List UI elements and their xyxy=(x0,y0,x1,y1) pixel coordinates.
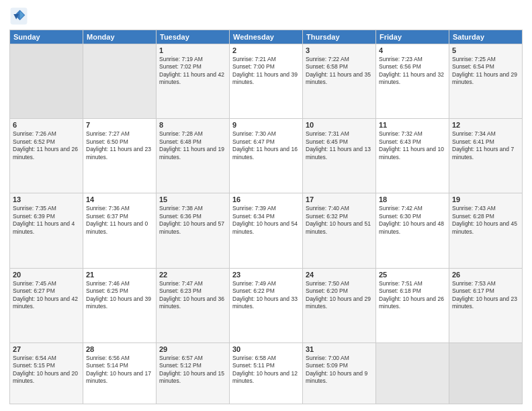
day-cell: 10Sunrise: 7:31 AMSunset: 6:45 PMDayligh… xyxy=(303,119,376,193)
day-info: Sunrise: 7:35 AMSunset: 6:39 PMDaylight:… xyxy=(13,205,80,236)
day-info: Sunrise: 7:31 AMSunset: 6:45 PMDaylight:… xyxy=(306,130,373,161)
day-number: 6 xyxy=(13,121,80,129)
day-info: Sunrise: 7:49 AMSunset: 6:22 PMDaylight:… xyxy=(232,280,300,311)
day-number: 2 xyxy=(232,46,300,54)
day-info: Sunrise: 7:51 AMSunset: 6:18 PMDaylight:… xyxy=(379,280,446,311)
day-info: Sunrise: 7:39 AMSunset: 6:34 PMDaylight:… xyxy=(232,205,300,236)
day-cell xyxy=(10,44,83,119)
day-number: 5 xyxy=(452,46,519,54)
day-cell: 16Sunrise: 7:39 AMSunset: 6:34 PMDayligh… xyxy=(230,193,303,268)
day-info: Sunrise: 7:23 AMSunset: 6:56 PMDaylight:… xyxy=(379,56,446,87)
day-number: 26 xyxy=(452,271,519,279)
day-info: Sunrise: 7:22 AMSunset: 6:58 PMDaylight:… xyxy=(306,56,373,87)
day-cell: 30Sunrise: 6:58 AMSunset: 5:11 PMDayligh… xyxy=(230,342,303,404)
day-cell: 21Sunrise: 7:46 AMSunset: 6:25 PMDayligh… xyxy=(83,268,157,342)
week-row-2: 6Sunrise: 7:26 AMSunset: 6:52 PMDaylight… xyxy=(10,119,523,193)
day-info: Sunrise: 7:19 AMSunset: 7:02 PMDaylight:… xyxy=(159,56,226,87)
day-info: Sunrise: 6:57 AMSunset: 5:12 PMDaylight:… xyxy=(159,355,226,385)
day-number: 18 xyxy=(379,195,446,203)
day-cell: 31Sunrise: 7:00 AMSunset: 5:09 PMDayligh… xyxy=(303,342,376,404)
day-number: 1 xyxy=(159,46,226,54)
day-number: 30 xyxy=(232,345,300,353)
day-info: Sunrise: 7:42 AMSunset: 6:30 PMDaylight:… xyxy=(379,205,446,236)
day-cell: 24Sunrise: 7:50 AMSunset: 6:20 PMDayligh… xyxy=(303,268,376,342)
page: SundayMondayTuesdayWednesdayThursdayFrid… xyxy=(0,0,532,411)
day-info: Sunrise: 7:47 AMSunset: 6:23 PMDaylight:… xyxy=(159,280,226,311)
day-number: 22 xyxy=(159,271,226,279)
day-cell: 9Sunrise: 7:30 AMSunset: 6:47 PMDaylight… xyxy=(230,119,303,193)
day-info: Sunrise: 7:28 AMSunset: 6:48 PMDaylight:… xyxy=(159,130,226,161)
day-cell: 11Sunrise: 7:32 AMSunset: 6:43 PMDayligh… xyxy=(376,119,449,193)
day-cell xyxy=(449,342,523,404)
logo-icon xyxy=(9,7,28,26)
day-cell: 7Sunrise: 7:27 AMSunset: 6:50 PMDaylight… xyxy=(83,119,157,193)
day-info: Sunrise: 6:58 AMSunset: 5:11 PMDaylight:… xyxy=(232,355,300,385)
day-number: 10 xyxy=(306,121,373,129)
day-number: 13 xyxy=(13,195,80,203)
day-number: 24 xyxy=(306,271,373,279)
day-number: 27 xyxy=(13,345,80,353)
day-number: 19 xyxy=(452,195,519,203)
day-cell: 26Sunrise: 7:53 AMSunset: 6:17 PMDayligh… xyxy=(449,268,523,342)
day-number: 7 xyxy=(86,121,153,129)
day-cell: 29Sunrise: 6:57 AMSunset: 5:12 PMDayligh… xyxy=(157,342,230,404)
day-number: 15 xyxy=(159,195,226,203)
day-cell: 1Sunrise: 7:19 AMSunset: 7:02 PMDaylight… xyxy=(157,44,230,119)
weekday-header-friday: Friday xyxy=(376,30,449,44)
calendar-table: SundayMondayTuesdayWednesdayThursdayFrid… xyxy=(9,30,523,404)
day-info: Sunrise: 7:34 AMSunset: 6:41 PMDaylight:… xyxy=(452,130,519,161)
day-number: 28 xyxy=(86,345,153,353)
day-cell: 27Sunrise: 6:54 AMSunset: 5:15 PMDayligh… xyxy=(10,342,83,404)
day-cell: 17Sunrise: 7:40 AMSunset: 6:32 PMDayligh… xyxy=(303,193,376,268)
day-info: Sunrise: 7:21 AMSunset: 7:00 PMDaylight:… xyxy=(232,56,300,87)
day-info: Sunrise: 7:25 AMSunset: 6:54 PMDaylight:… xyxy=(452,56,519,87)
day-info: Sunrise: 7:30 AMSunset: 6:47 PMDaylight:… xyxy=(232,130,300,161)
day-cell: 4Sunrise: 7:23 AMSunset: 6:56 PMDaylight… xyxy=(376,44,449,119)
day-cell: 8Sunrise: 7:28 AMSunset: 6:48 PMDaylight… xyxy=(157,119,230,193)
day-number: 21 xyxy=(86,271,153,279)
day-number: 4 xyxy=(379,46,446,54)
day-number: 25 xyxy=(379,271,446,279)
day-number: 8 xyxy=(159,121,226,129)
weekday-header-saturday: Saturday xyxy=(449,30,523,44)
weekday-header-wednesday: Wednesday xyxy=(230,30,303,44)
day-number: 20 xyxy=(13,271,80,279)
weekday-header-tuesday: Tuesday xyxy=(157,30,230,44)
weekday-header-row: SundayMondayTuesdayWednesdayThursdayFrid… xyxy=(10,30,523,44)
header xyxy=(9,7,523,26)
day-info: Sunrise: 7:27 AMSunset: 6:50 PMDaylight:… xyxy=(86,130,153,161)
day-cell xyxy=(376,342,449,404)
logo xyxy=(9,7,31,26)
weekday-header-monday: Monday xyxy=(83,30,157,44)
day-info: Sunrise: 7:43 AMSunset: 6:28 PMDaylight:… xyxy=(452,205,519,236)
day-number: 29 xyxy=(159,345,226,353)
day-number: 17 xyxy=(306,195,373,203)
day-cell: 5Sunrise: 7:25 AMSunset: 6:54 PMDaylight… xyxy=(449,44,523,119)
day-info: Sunrise: 7:36 AMSunset: 6:37 PMDaylight:… xyxy=(86,205,153,236)
weekday-header-thursday: Thursday xyxy=(303,30,376,44)
day-number: 23 xyxy=(232,271,300,279)
day-number: 3 xyxy=(306,46,373,54)
week-row-3: 13Sunrise: 7:35 AMSunset: 6:39 PMDayligh… xyxy=(10,193,523,268)
weekday-header-sunday: Sunday xyxy=(10,30,83,44)
day-info: Sunrise: 7:00 AMSunset: 5:09 PMDaylight:… xyxy=(306,355,373,385)
day-cell: 22Sunrise: 7:47 AMSunset: 6:23 PMDayligh… xyxy=(157,268,230,342)
day-info: Sunrise: 6:54 AMSunset: 5:15 PMDaylight:… xyxy=(13,355,80,385)
day-info: Sunrise: 7:40 AMSunset: 6:32 PMDaylight:… xyxy=(306,205,373,236)
day-number: 9 xyxy=(232,121,300,129)
day-cell xyxy=(83,44,157,119)
week-row-5: 27Sunrise: 6:54 AMSunset: 5:15 PMDayligh… xyxy=(10,342,523,404)
day-cell: 19Sunrise: 7:43 AMSunset: 6:28 PMDayligh… xyxy=(449,193,523,268)
day-cell: 23Sunrise: 7:49 AMSunset: 6:22 PMDayligh… xyxy=(230,268,303,342)
day-cell: 25Sunrise: 7:51 AMSunset: 6:18 PMDayligh… xyxy=(376,268,449,342)
day-number: 14 xyxy=(86,195,153,203)
day-info: Sunrise: 7:53 AMSunset: 6:17 PMDaylight:… xyxy=(452,280,519,311)
day-info: Sunrise: 6:56 AMSunset: 5:14 PMDaylight:… xyxy=(86,355,153,385)
day-cell: 2Sunrise: 7:21 AMSunset: 7:00 PMDaylight… xyxy=(230,44,303,119)
day-info: Sunrise: 7:46 AMSunset: 6:25 PMDaylight:… xyxy=(86,280,153,311)
day-cell: 20Sunrise: 7:45 AMSunset: 6:27 PMDayligh… xyxy=(10,268,83,342)
day-info: Sunrise: 7:38 AMSunset: 6:36 PMDaylight:… xyxy=(159,205,226,236)
day-number: 12 xyxy=(452,121,519,129)
day-cell: 6Sunrise: 7:26 AMSunset: 6:52 PMDaylight… xyxy=(10,119,83,193)
week-row-1: 1Sunrise: 7:19 AMSunset: 7:02 PMDaylight… xyxy=(10,44,523,119)
